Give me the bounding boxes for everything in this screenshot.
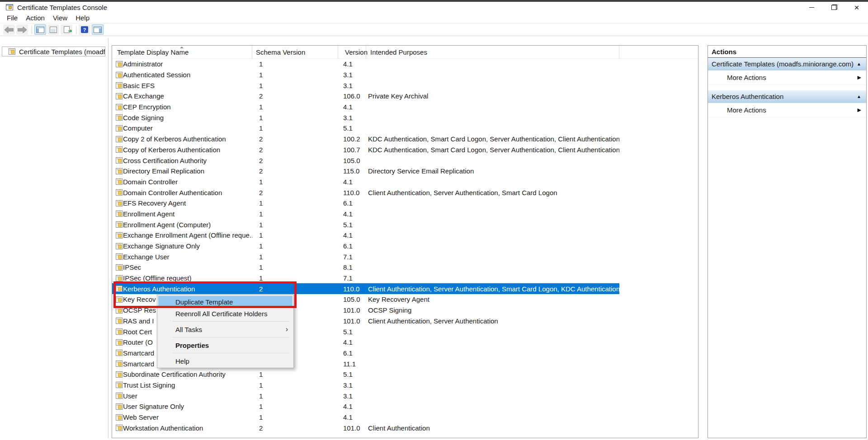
actions-sections: Certificate Templates (moadfs.miniorange… [708, 58, 866, 117]
sort-ascending-icon [180, 47, 184, 48]
cell-version: 105.0 [338, 157, 366, 164]
cell-template-name: IPSec [123, 263, 252, 271]
main-area: Certificate Templates (moadfs.mi Templat… [0, 38, 868, 440]
certificate-template-icon [112, 264, 123, 271]
menu-file[interactable]: File [3, 13, 22, 23]
context-menu-item-reenroll-all-certificate-holders[interactable]: Reenroll All Certificate Holders [157, 308, 293, 319]
console-tree-panel: Certificate Templates (moadfs.mi [0, 38, 108, 438]
table-row[interactable]: Code Signing13.1 [112, 112, 619, 123]
export-list-button[interactable] [61, 24, 72, 35]
table-row[interactable]: Authenticated Session13.1 [112, 70, 619, 80]
table-row[interactable]: Exchange Enrollment Agent (Offline reque… [112, 230, 619, 241]
context-menu-item-properties[interactable]: Properties [157, 339, 293, 351]
tree-item-certificate-templates[interactable]: Certificate Templates (moadfs.mi [2, 47, 105, 56]
window-title: Certificate Templates Console [17, 4, 107, 11]
table-row[interactable]: Domain Controller Authentication2110.0Cl… [112, 187, 619, 198]
menu-help[interactable]: Help [71, 13, 94, 23]
collapse-icon[interactable]: ▲ [857, 94, 861, 99]
cell-intended-purposes: KDC Authentication, Smart Card Logon, Se… [366, 146, 619, 154]
collapse-icon[interactable]: ▲ [857, 61, 861, 66]
actions-section-header[interactable]: Certificate Templates (moadfs.miniorange… [708, 58, 866, 70]
context-menu-item-all-tasks[interactable]: All Tasks› [157, 323, 293, 335]
table-row[interactable]: Computer15.1 [112, 123, 619, 134]
actions-section-title: Kerberos Authentication [712, 93, 783, 100]
cell-version: 4.1 [338, 231, 366, 239]
cell-template-name: EFS Recovery Agent [123, 199, 252, 207]
menu-bar: FileActionViewHelp [0, 13, 868, 23]
table-row[interactable]: Web Server14.1 [112, 412, 619, 423]
more-actions-item[interactable]: More Actions▶ [708, 70, 866, 85]
menu-view[interactable]: View [49, 13, 71, 23]
cell-template-name: Exchange Enrollment Agent (Offline reque… [123, 231, 252, 239]
certificate-template-icon [112, 307, 123, 314]
certificate-templates-node-icon [9, 48, 15, 55]
actions-panel-title: Actions [708, 46, 866, 58]
column-header-intended-purposes[interactable]: Intended Purposes [366, 46, 619, 59]
table-row[interactable]: Enrollment Agent14.1 [112, 209, 619, 220]
menu-item-label: Help [175, 357, 189, 365]
cell-template-name: Cross Certification Authority [123, 157, 252, 164]
minimize-button[interactable] [800, 2, 823, 13]
table-row[interactable]: Exchange User17.1 [112, 251, 619, 262]
cell-template-name: Code Signing [123, 114, 252, 122]
more-actions-item[interactable]: More Actions▶ [708, 103, 866, 117]
cell-schema-version: 2 [252, 167, 338, 175]
table-row[interactable]: Enrollment Agent (Computer)15.1 [112, 219, 619, 230]
cell-template-name: Computer [123, 124, 252, 132]
table-row[interactable]: Subordinate Certification Authority15.1 [112, 369, 619, 380]
title-bar: Certificate Templates Console × [0, 2, 868, 13]
close-button[interactable]: × [845, 2, 868, 13]
back-button[interactable] [3, 24, 15, 35]
column-header-version[interactable]: Version [338, 46, 366, 59]
table-row[interactable]: IPSec (Offline request)17.1 [112, 273, 619, 284]
certificate-template-icon [112, 114, 123, 121]
table-row[interactable]: Domain Controller14.1 [112, 177, 619, 187]
column-header-schema-version[interactable]: Schema Version [252, 46, 338, 59]
minimize-icon [809, 7, 814, 8]
table-row[interactable]: Trust List Signing13.1 [112, 380, 619, 391]
table-row[interactable]: Cross Certification Authority2105.0 [112, 155, 619, 166]
cell-version: 3.1 [338, 114, 366, 122]
table-row[interactable]: CEP Encryption14.1 [112, 102, 619, 112]
show-hide-action-pane-button[interactable] [92, 24, 104, 35]
cell-version: 6.1 [338, 349, 366, 357]
properties-button[interactable] [47, 24, 59, 35]
certificate-template-icon [112, 403, 123, 410]
context-menu-item-help[interactable]: Help [157, 355, 293, 367]
actions-section-header[interactable]: Kerberos Authentication▲ [708, 90, 866, 103]
cell-template-name: User [123, 392, 252, 400]
cell-template-name: Copy 2 of Kerberos Authentication [123, 135, 252, 143]
table-row[interactable]: Copy of Kerberos Authentication2100.7KDC… [112, 145, 619, 155]
table-row[interactable]: User Signature Only14.1 [112, 401, 619, 412]
forward-button[interactable] [16, 24, 28, 35]
restore-button[interactable] [823, 2, 845, 13]
certificate-template-icon [112, 146, 123, 153]
certificate-template-icon [112, 93, 123, 99]
table-row[interactable]: Kerberos Authentication2110.0Client Auth… [112, 283, 619, 294]
menu-item-label: Reenroll All Certificate Holders [175, 310, 267, 318]
table-row[interactable]: Directory Email Replication2115.0Directo… [112, 166, 619, 177]
show-hide-console-tree-button[interactable] [34, 24, 46, 35]
cell-template-name: CEP Encryption [123, 103, 252, 111]
cell-schema-version: 1 [252, 199, 338, 207]
context-menu-item-duplicate-template[interactable]: Duplicate Template [158, 296, 292, 308]
table-row[interactable]: Administrator14.1 [112, 59, 619, 70]
menu-action[interactable]: Action [22, 13, 49, 23]
table-row[interactable]: Exchange Signature Only16.1 [112, 241, 619, 252]
cell-intended-purposes: Client Authentication, Server Authentica… [366, 317, 619, 325]
table-row[interactable]: Workstation Authentication2101.0Client A… [112, 422, 619, 433]
table-row[interactable]: IPSec18.1 [112, 262, 619, 273]
cell-template-name: Workstation Authentication [123, 424, 252, 432]
cell-template-name: Kerberos Authentication [123, 285, 252, 293]
certificate-template-icon [112, 339, 123, 346]
table-row[interactable]: User13.1 [112, 390, 619, 401]
cell-template-name: Copy of Kerberos Authentication [123, 146, 252, 154]
cell-template-name: Web Server [123, 413, 252, 421]
table-row[interactable]: CA Exchange2106.0Private Key Archival [112, 91, 619, 102]
table-row[interactable]: Copy 2 of Kerberos Authentication2100.2K… [112, 134, 619, 145]
table-row[interactable]: EFS Recovery Agent16.1 [112, 198, 619, 209]
certificate-template-icon [112, 104, 123, 110]
table-row[interactable]: Basic EFS13.1 [112, 80, 619, 91]
help-button[interactable]: ? [79, 24, 90, 35]
cell-template-name: Subordinate Certification Authority [123, 370, 252, 378]
